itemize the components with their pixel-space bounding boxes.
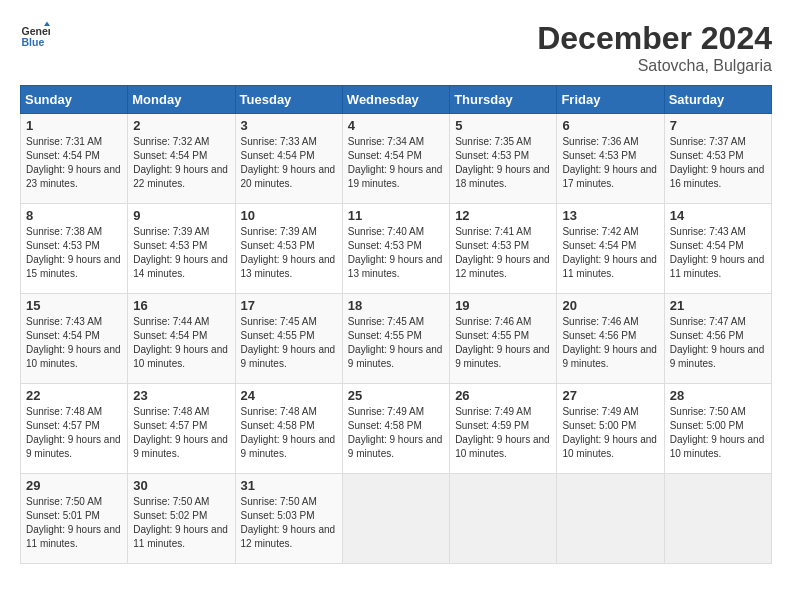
day-info: Sunrise: 7:45 AMSunset: 4:55 PMDaylight:… (348, 315, 444, 371)
calendar-day-cell: 10Sunrise: 7:39 AMSunset: 4:53 PMDayligh… (235, 204, 342, 294)
calendar-day-cell (342, 474, 449, 564)
weekday-header-cell: Wednesday (342, 86, 449, 114)
day-number: 14 (670, 208, 766, 223)
day-number: 22 (26, 388, 122, 403)
calendar-day-cell: 31Sunrise: 7:50 AMSunset: 5:03 PMDayligh… (235, 474, 342, 564)
calendar-day-cell: 11Sunrise: 7:40 AMSunset: 4:53 PMDayligh… (342, 204, 449, 294)
day-number: 28 (670, 388, 766, 403)
calendar-day-cell: 6Sunrise: 7:36 AMSunset: 4:53 PMDaylight… (557, 114, 664, 204)
calendar-day-cell (664, 474, 771, 564)
day-number: 4 (348, 118, 444, 133)
day-number: 17 (241, 298, 337, 313)
day-number: 6 (562, 118, 658, 133)
day-number: 11 (348, 208, 444, 223)
day-info: Sunrise: 7:49 AMSunset: 5:00 PMDaylight:… (562, 405, 658, 461)
weekday-header-cell: Saturday (664, 86, 771, 114)
month-title: December 2024 (537, 20, 772, 57)
day-number: 15 (26, 298, 122, 313)
calendar-day-cell: 24Sunrise: 7:48 AMSunset: 4:58 PMDayligh… (235, 384, 342, 474)
day-info: Sunrise: 7:49 AMSunset: 4:58 PMDaylight:… (348, 405, 444, 461)
calendar-day-cell: 23Sunrise: 7:48 AMSunset: 4:57 PMDayligh… (128, 384, 235, 474)
day-info: Sunrise: 7:48 AMSunset: 4:57 PMDaylight:… (133, 405, 229, 461)
calendar-day-cell: 13Sunrise: 7:42 AMSunset: 4:54 PMDayligh… (557, 204, 664, 294)
day-number: 26 (455, 388, 551, 403)
calendar-day-cell: 12Sunrise: 7:41 AMSunset: 4:53 PMDayligh… (450, 204, 557, 294)
day-info: Sunrise: 7:43 AMSunset: 4:54 PMDaylight:… (670, 225, 766, 281)
title-area: December 2024 Satovcha, Bulgaria (537, 20, 772, 75)
header: General Blue December 2024 Satovcha, Bul… (20, 20, 772, 75)
calendar-day-cell: 7Sunrise: 7:37 AMSunset: 4:53 PMDaylight… (664, 114, 771, 204)
day-info: Sunrise: 7:46 AMSunset: 4:56 PMDaylight:… (562, 315, 658, 371)
day-number: 10 (241, 208, 337, 223)
calendar-day-cell: 30Sunrise: 7:50 AMSunset: 5:02 PMDayligh… (128, 474, 235, 564)
calendar-week-row: 29Sunrise: 7:50 AMSunset: 5:01 PMDayligh… (21, 474, 772, 564)
day-info: Sunrise: 7:36 AMSunset: 4:53 PMDaylight:… (562, 135, 658, 191)
day-number: 18 (348, 298, 444, 313)
weekday-header-cell: Friday (557, 86, 664, 114)
day-number: 27 (562, 388, 658, 403)
svg-text:Blue: Blue (22, 36, 45, 48)
day-number: 12 (455, 208, 551, 223)
calendar-day-cell: 14Sunrise: 7:43 AMSunset: 4:54 PMDayligh… (664, 204, 771, 294)
day-info: Sunrise: 7:48 AMSunset: 4:57 PMDaylight:… (26, 405, 122, 461)
day-number: 3 (241, 118, 337, 133)
calendar-day-cell: 20Sunrise: 7:46 AMSunset: 4:56 PMDayligh… (557, 294, 664, 384)
day-number: 8 (26, 208, 122, 223)
calendar-week-row: 15Sunrise: 7:43 AMSunset: 4:54 PMDayligh… (21, 294, 772, 384)
calendar-day-cell: 27Sunrise: 7:49 AMSunset: 5:00 PMDayligh… (557, 384, 664, 474)
day-info: Sunrise: 7:38 AMSunset: 4:53 PMDaylight:… (26, 225, 122, 281)
svg-marker-2 (44, 22, 50, 27)
calendar-day-cell (557, 474, 664, 564)
day-info: Sunrise: 7:32 AMSunset: 4:54 PMDaylight:… (133, 135, 229, 191)
logo: General Blue (20, 20, 50, 50)
calendar-body: 1Sunrise: 7:31 AMSunset: 4:54 PMDaylight… (21, 114, 772, 564)
day-info: Sunrise: 7:46 AMSunset: 4:55 PMDaylight:… (455, 315, 551, 371)
day-info: Sunrise: 7:50 AMSunset: 5:01 PMDaylight:… (26, 495, 122, 551)
calendar-day-cell: 19Sunrise: 7:46 AMSunset: 4:55 PMDayligh… (450, 294, 557, 384)
day-info: Sunrise: 7:47 AMSunset: 4:56 PMDaylight:… (670, 315, 766, 371)
day-info: Sunrise: 7:41 AMSunset: 4:53 PMDaylight:… (455, 225, 551, 281)
calendar-day-cell: 25Sunrise: 7:49 AMSunset: 4:58 PMDayligh… (342, 384, 449, 474)
calendar-day-cell: 1Sunrise: 7:31 AMSunset: 4:54 PMDaylight… (21, 114, 128, 204)
day-number: 2 (133, 118, 229, 133)
day-info: Sunrise: 7:50 AMSunset: 5:02 PMDaylight:… (133, 495, 229, 551)
day-number: 20 (562, 298, 658, 313)
day-info: Sunrise: 7:43 AMSunset: 4:54 PMDaylight:… (26, 315, 122, 371)
calendar-day-cell: 26Sunrise: 7:49 AMSunset: 4:59 PMDayligh… (450, 384, 557, 474)
calendar-day-cell: 16Sunrise: 7:44 AMSunset: 4:54 PMDayligh… (128, 294, 235, 384)
day-number: 9 (133, 208, 229, 223)
day-number: 7 (670, 118, 766, 133)
day-number: 16 (133, 298, 229, 313)
calendar-table: SundayMondayTuesdayWednesdayThursdayFrid… (20, 85, 772, 564)
day-info: Sunrise: 7:42 AMSunset: 4:54 PMDaylight:… (562, 225, 658, 281)
weekday-header-cell: Thursday (450, 86, 557, 114)
day-info: Sunrise: 7:49 AMSunset: 4:59 PMDaylight:… (455, 405, 551, 461)
day-number: 13 (562, 208, 658, 223)
logo-icon: General Blue (20, 20, 50, 50)
day-info: Sunrise: 7:37 AMSunset: 4:53 PMDaylight:… (670, 135, 766, 191)
day-number: 23 (133, 388, 229, 403)
day-info: Sunrise: 7:39 AMSunset: 4:53 PMDaylight:… (241, 225, 337, 281)
weekday-header-cell: Tuesday (235, 86, 342, 114)
weekday-header-cell: Sunday (21, 86, 128, 114)
calendar-day-cell: 22Sunrise: 7:48 AMSunset: 4:57 PMDayligh… (21, 384, 128, 474)
day-info: Sunrise: 7:39 AMSunset: 4:53 PMDaylight:… (133, 225, 229, 281)
day-number: 25 (348, 388, 444, 403)
calendar-day-cell: 9Sunrise: 7:39 AMSunset: 4:53 PMDaylight… (128, 204, 235, 294)
day-number: 30 (133, 478, 229, 493)
day-number: 19 (455, 298, 551, 313)
calendar-day-cell: 21Sunrise: 7:47 AMSunset: 4:56 PMDayligh… (664, 294, 771, 384)
calendar-day-cell: 8Sunrise: 7:38 AMSunset: 4:53 PMDaylight… (21, 204, 128, 294)
calendar-day-cell: 28Sunrise: 7:50 AMSunset: 5:00 PMDayligh… (664, 384, 771, 474)
day-number: 1 (26, 118, 122, 133)
calendar-day-cell (450, 474, 557, 564)
day-number: 29 (26, 478, 122, 493)
day-info: Sunrise: 7:34 AMSunset: 4:54 PMDaylight:… (348, 135, 444, 191)
day-info: Sunrise: 7:50 AMSunset: 5:03 PMDaylight:… (241, 495, 337, 551)
weekday-header-cell: Monday (128, 86, 235, 114)
day-number: 31 (241, 478, 337, 493)
day-info: Sunrise: 7:44 AMSunset: 4:54 PMDaylight:… (133, 315, 229, 371)
day-info: Sunrise: 7:48 AMSunset: 4:58 PMDaylight:… (241, 405, 337, 461)
calendar-day-cell: 29Sunrise: 7:50 AMSunset: 5:01 PMDayligh… (21, 474, 128, 564)
calendar-week-row: 22Sunrise: 7:48 AMSunset: 4:57 PMDayligh… (21, 384, 772, 474)
